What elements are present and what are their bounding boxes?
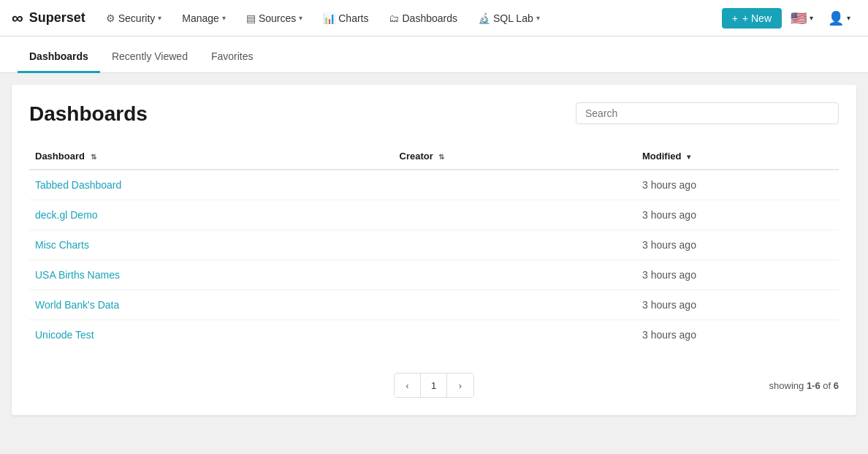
dashboard-cell[interactable]: USA Births Names [29,260,394,290]
security-caret: ▾ [158,14,161,22]
language-selector[interactable]: 🇺🇸 ▾ [785,0,819,37]
creator-cell [394,320,636,350]
col-header-creator[interactable]: Creator ⇅ [394,143,636,170]
user-caret: ▾ [847,14,850,22]
security-icon: ⚙ [106,12,115,24]
table-row: Unicode Test3 hours ago [29,320,839,350]
modified-cell: 3 hours ago [636,260,839,290]
nav-sqllab[interactable]: 🔬 SQL Lab ▾ [469,0,549,37]
tabs-row: Dashboards Recently Viewed Favorites [0,37,868,73]
page-title: Dashboards [29,102,148,126]
creator-sort-icon: ⇅ [438,153,444,161]
brand-name: Superset [29,10,85,26]
sources-caret: ▾ [299,14,302,22]
creator-cell [394,230,636,260]
modified-cell: 3 hours ago [636,170,839,200]
creator-cell [394,200,636,230]
table-row: World Bank's Data3 hours ago [29,290,839,320]
nav-manage[interactable]: Manage ▾ [173,0,235,37]
page-header: Dashboards [29,102,839,126]
user-icon: 👤 [828,10,844,26]
dashboard-cell[interactable]: World Bank's Data [29,290,394,320]
dashboard-link[interactable]: USA Births Names [35,269,120,281]
table-header-row: Dashboard ⇅ Creator ⇅ Modified ▾ [29,143,839,170]
next-page-button[interactable]: › [447,374,473,397]
nav-dashboards[interactable]: 🗂 Dashboards [380,0,466,37]
dashboards-icon: 🗂 [389,12,399,24]
search-input[interactable] [576,102,839,124]
sqllab-icon: 🔬 [478,12,490,24]
modified-cell: 3 hours ago [636,320,839,350]
creator-cell [394,260,636,290]
table-row: Misc Charts3 hours ago [29,230,839,260]
main-content: Dashboards Recently Viewed Favorites Das… [0,37,868,454]
sqllab-caret: ▾ [536,14,540,22]
dashboard-link[interactable]: Tabbed Dashboard [35,179,121,191]
new-plus-icon: + [732,12,738,24]
user-menu[interactable]: 👤 ▾ [822,0,856,37]
dashboard-cell[interactable]: Tabbed Dashboard [29,170,394,200]
col-header-modified[interactable]: Modified ▾ [636,143,839,170]
flag-icon: 🇺🇸 [791,10,807,26]
current-page-button[interactable]: 1 [421,374,447,397]
dashboard-cell[interactable]: Misc Charts [29,230,394,260]
flag-caret: ▾ [810,14,813,22]
page-area: Dashboards Dashboard ⇅ Creator ⇅ Modifie… [12,85,856,415]
showing-text: showing 1-6 of 6 [769,380,839,391]
tab-dashboards[interactable]: Dashboards [18,40,100,73]
nav-charts[interactable]: 📊 Charts [314,0,377,37]
prev-page-button[interactable]: ‹ [395,374,421,397]
dashboard-link[interactable]: deck.gl Demo [35,209,98,221]
pagination-row: ‹ 1 › showing 1-6 of 6 [29,373,839,398]
pagination: ‹ 1 › [394,373,474,398]
nav-security[interactable]: ⚙ Security ▾ [97,0,171,37]
nav-sources[interactable]: ▤ Sources ▾ [237,0,311,37]
sources-icon: ▤ [246,12,256,24]
tab-favorites[interactable]: Favorites [199,40,265,73]
modified-cell: 3 hours ago [636,290,839,320]
modified-cell: 3 hours ago [636,200,839,230]
navbar: ∞ Superset ⚙ Security ▾ Manage ▾ ▤ Sourc… [0,0,868,37]
dashboard-cell[interactable]: Unicode Test [29,320,394,350]
col-header-dashboard[interactable]: Dashboard ⇅ [29,143,394,170]
manage-caret: ▾ [222,14,226,22]
dashboard-link[interactable]: Unicode Test [35,329,94,341]
creator-cell [394,170,636,200]
new-button[interactable]: + + New [722,8,782,29]
table-row: deck.gl Demo3 hours ago [29,200,839,230]
brand-logo[interactable]: ∞ Superset [12,9,85,28]
table-row: USA Births Names3 hours ago [29,260,839,290]
dashboard-link[interactable]: Misc Charts [35,239,89,251]
brand-icon: ∞ [12,9,23,28]
charts-icon: 📊 [323,12,335,24]
dashboard-sort-icon: ⇅ [91,153,96,161]
modified-cell: 3 hours ago [636,230,839,260]
table-row: Tabbed Dashboard3 hours ago [29,170,839,200]
tab-recently-viewed[interactable]: Recently Viewed [100,40,199,73]
dashboard-cell[interactable]: deck.gl Demo [29,200,394,230]
creator-cell [394,290,636,320]
dashboard-link[interactable]: World Bank's Data [35,299,119,311]
modified-sort-icon: ▾ [687,153,690,161]
dashboards-table: Dashboard ⇅ Creator ⇅ Modified ▾ Tabbed … [29,143,839,349]
